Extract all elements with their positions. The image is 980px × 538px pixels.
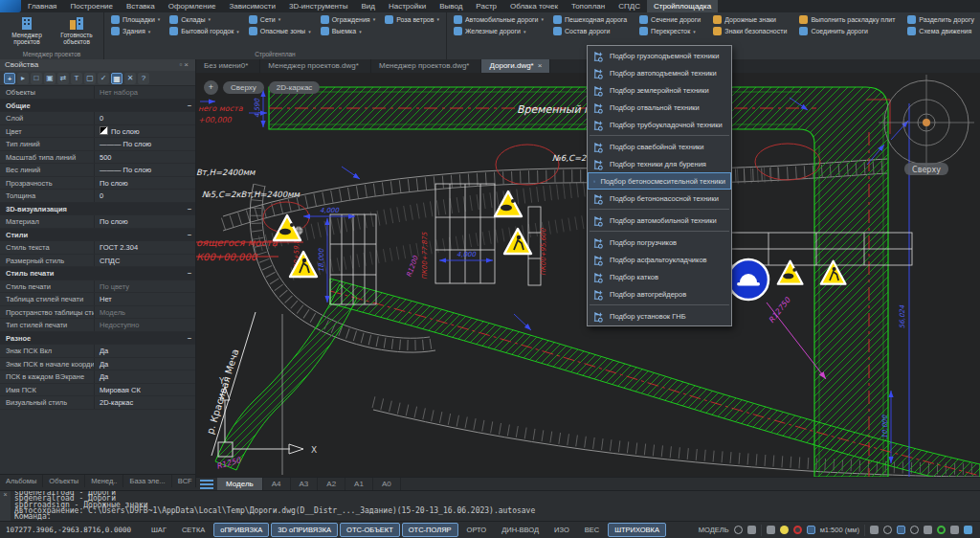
clock-icon[interactable] (793, 526, 802, 534)
grid-select-icon[interactable]: ▦ (111, 73, 122, 84)
ribbon-button[interactable]: Площадки▾ (106, 13, 165, 26)
collapse-icon[interactable] (184, 384, 195, 396)
ribbon-button[interactable]: Соединить дороги (794, 26, 875, 38)
collapse-icon[interactable] (184, 151, 195, 164)
collapse-icon[interactable]: − (184, 203, 195, 215)
close-icon[interactable]: × (184, 60, 190, 69)
collapse-icon[interactable] (184, 190, 195, 202)
status-toggle[interactable]: оПРИВЯЗКА (213, 523, 269, 537)
status-toggle[interactable]: ОТС-ОБЪЕКТ (340, 523, 400, 537)
view-compass[interactable]: Сверху (879, 75, 974, 175)
prop-value[interactable]: Нет (94, 293, 184, 305)
collapse-icon[interactable]: − (184, 267, 195, 280)
crossing-select-icon[interactable]: ▣ (44, 73, 56, 84)
ribbon-tab[interactable]: Построение (63, 0, 120, 12)
ribbon-tab[interactable]: Настройки (382, 0, 433, 12)
menu-item[interactable]: Подбор автомобильной техники (588, 212, 731, 229)
zoom-object-icon[interactable] (910, 526, 919, 534)
prop-value[interactable]: Да (94, 358, 184, 370)
status-toggle[interactable]: ДИН-ВВОД (495, 523, 546, 537)
layout-tab[interactable]: A4 (263, 478, 291, 490)
ribbon-button[interactable]: Склады▾ (165, 13, 215, 26)
menu-item[interactable]: Подбор землеройной техники (588, 81, 731, 99)
menu-item[interactable]: Подбор отвальной техники (588, 99, 731, 116)
collapse-icon[interactable] (184, 345, 195, 357)
collapse-icon[interactable] (184, 125, 195, 138)
ribbon-button[interactable]: Ограждения▾ (316, 13, 381, 26)
ribbon-button[interactable]: Железные дороги▾ (449, 26, 531, 38)
document-tab[interactable]: Без имени0* (196, 59, 260, 73)
ribbon-tab[interactable]: Вставка (120, 0, 162, 12)
ribbon-tab[interactable]: Облака точек (503, 0, 565, 12)
ribbon-button[interactable]: Выемка▾ (316, 26, 367, 38)
collapse-icon[interactable]: − (184, 100, 195, 112)
collapse-icon[interactable] (184, 396, 195, 409)
annotation-scale-icon[interactable] (734, 526, 743, 534)
select-append-icon[interactable]: + (4, 73, 15, 84)
prop-value[interactable]: 0 (94, 112, 184, 124)
view-direction-button[interactable]: Сверху (223, 81, 264, 94)
filter-icon[interactable]: T (71, 73, 82, 84)
fullscreen-icon[interactable] (964, 526, 972, 534)
menu-item[interactable]: Подбор погрузчиков (588, 234, 731, 251)
lightbulb-icon[interactable] (780, 526, 789, 534)
menu-item[interactable]: Подбор автоподъемной техники (588, 64, 731, 81)
command-panel-handle[interactable]: × (0, 491, 11, 521)
prop-value[interactable]: ——— По слою (94, 138, 184, 150)
object-readiness-button[interactable]: Готовность объектов (52, 13, 101, 48)
prop-value[interactable]: По цвету (94, 280, 184, 293)
cursor-icon[interactable]: ▸ (17, 73, 29, 84)
ribbon-button[interactable]: Здания▾ (106, 26, 155, 38)
check-icon[interactable]: ✓ (98, 73, 109, 84)
collapse-icon[interactable] (184, 241, 195, 254)
zoom-window-icon[interactable] (897, 526, 905, 534)
document-tab[interactable]: Менеджер проектов.dwg* (260, 59, 371, 73)
properties-title-bar[interactable]: Свойства ▫× (0, 59, 195, 71)
menu-item[interactable]: Подбор трубоукладочной техники (588, 116, 731, 133)
layout-list-icon[interactable] (200, 480, 213, 489)
prop-value[interactable]: Мировая СК (94, 384, 184, 396)
model-space-label[interactable]: МОДЕЛЬ (699, 526, 729, 534)
menu-item[interactable]: Подбор катков (588, 268, 731, 285)
status-toggle[interactable]: 3D оПРИВЯЗКА (271, 523, 338, 537)
collapse-icon[interactable] (184, 370, 195, 383)
collapse-icon[interactable] (184, 293, 195, 305)
ribbon-tab[interactable]: Зависимости (222, 0, 282, 12)
collapse-icon[interactable] (184, 319, 195, 331)
ribbon-tab[interactable]: Топоплан (565, 0, 612, 12)
collapse-icon[interactable] (184, 86, 195, 99)
orbit-icon[interactable] (924, 526, 932, 534)
swap-select-icon[interactable]: ⇄ (57, 73, 69, 84)
clear-selection-icon[interactable]: ✕ (124, 73, 136, 84)
pan-icon[interactable] (870, 526, 879, 534)
prop-value[interactable]: СПДС (94, 255, 184, 267)
menu-item[interactable]: Подбор бетононасосной техники (588, 190, 731, 207)
ribbon-button[interactable]: Разделить дорогу (902, 13, 980, 26)
layout-tab[interactable]: Модель (217, 478, 263, 490)
close-icon[interactable]: × (538, 59, 543, 73)
status-toggle[interactable]: ИЗО (547, 523, 576, 537)
prop-value[interactable]: ГОСТ 2.304 (94, 241, 184, 254)
document-tab[interactable]: Менеджер проектов.dwg* (371, 59, 482, 73)
ribbon-button[interactable]: Знаки безопасности (708, 26, 794, 38)
ribbon-tab[interactable]: Растр (469, 0, 503, 12)
prop-value[interactable]: По слою (94, 177, 184, 190)
collapse-icon[interactable] (184, 138, 195, 150)
ribbon-button[interactable]: Состав дороги (548, 26, 617, 38)
layout-tab[interactable]: A2 (318, 478, 345, 490)
panel-tab[interactable]: База эле... (123, 475, 171, 487)
layout-tab[interactable]: A3 (291, 478, 319, 490)
document-tab[interactable]: Дороги.dwg*× (481, 59, 550, 73)
status-toggle[interactable]: ШТРИХОВКА (608, 523, 666, 537)
ribbon-button[interactable]: Роза ветров▾ (380, 13, 444, 26)
help-icon[interactable]: ? (138, 73, 149, 84)
command-history[interactable]: spgeneralroad - Дорогиspgeneralroad - До… (11, 491, 980, 521)
collapse-icon[interactable] (184, 358, 195, 370)
prop-value[interactable]: По слою (94, 125, 184, 138)
cursor-badge-icon[interactable] (767, 526, 775, 534)
prop-value[interactable]: Да (94, 345, 184, 357)
menu-item[interactable]: Подбор автогрейдеров (588, 285, 731, 303)
sheet-icon[interactable] (747, 526, 756, 534)
status-toggle[interactable]: ОТС-ПОЛЯР (402, 523, 458, 537)
layout-tab[interactable]: A1 (345, 478, 373, 490)
